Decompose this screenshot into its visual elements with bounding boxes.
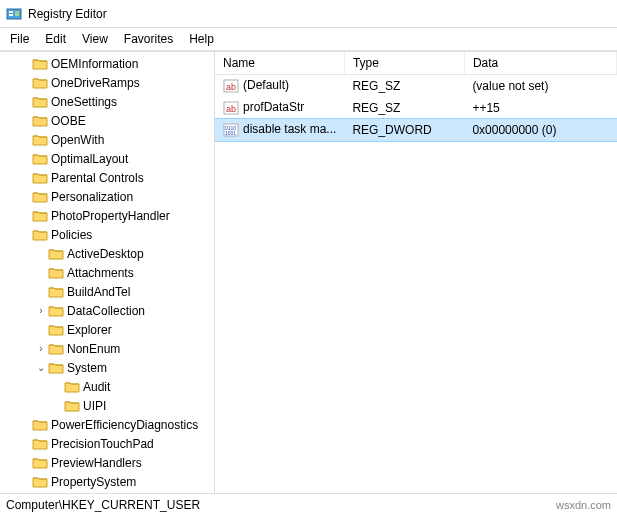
folder-icon [48,341,64,357]
value-data: ++15 [464,97,616,119]
statusbar-path: Computer\HKEY_CURRENT_USER [6,498,200,512]
value-row[interactable]: ab(Default)REG_SZ(value not set) [215,75,617,98]
folder-icon [64,379,80,395]
tree-item-label: Attachments [67,266,134,280]
tree-item-label: Explorer [67,323,112,337]
svg-rect-3 [15,11,19,16]
tree-item-system[interactable]: ⌄System [2,358,214,377]
menu-favorites[interactable]: Favorites [116,30,181,48]
column-header-data[interactable]: Data [464,52,616,75]
tree-item-photopropertyhandler[interactable]: PhotoPropertyHandler [2,206,214,225]
folder-icon [32,474,48,490]
tree-item-explorer[interactable]: Explorer [2,320,214,339]
tree-item-previewhandlers[interactable]: PreviewHandlers [2,453,214,472]
tree-item-label: System [67,361,107,375]
tree-item-activedesktop[interactable]: ActiveDesktop [2,244,214,263]
folder-icon [64,398,80,414]
tree-item-onedriveramps[interactable]: OneDriveRamps [2,73,214,92]
tree-pane[interactable]: OEMInformationOneDriveRampsOneSettingsOO… [0,52,215,493]
value-data: 0x00000000 (0) [464,119,616,141]
chevron-right-icon[interactable]: › [34,305,48,316]
menu-file[interactable]: File [2,30,37,48]
folder-icon [32,75,48,91]
value-type: REG_SZ [344,97,464,119]
svg-rect-1 [9,11,13,13]
list-pane[interactable]: NameTypeData ab(Default)REG_SZ(value not… [215,52,617,493]
reg-string-icon: ab [223,78,239,94]
value-name: disable task ma... [243,122,336,136]
tree-item-label: PreviewHandlers [51,456,142,470]
tree-item-label: ActiveDesktop [67,247,144,261]
tree-item-onesettings[interactable]: OneSettings [2,92,214,111]
tree-item-optimallayout[interactable]: OptimalLayout [2,149,214,168]
chevron-down-icon[interactable]: ⌄ [34,362,48,373]
value-type: REG_DWORD [344,119,464,141]
folder-icon [32,227,48,243]
tree-item-policies[interactable]: Policies [2,225,214,244]
tree-item-uipi[interactable]: UIPI [2,396,214,415]
content-area: OEMInformationOneDriveRampsOneSettingsOO… [0,51,617,493]
menu-edit[interactable]: Edit [37,30,74,48]
tree-item-label: Policies [51,228,92,242]
tree-item-oeminformation[interactable]: OEMInformation [2,54,214,73]
folder-icon [48,303,64,319]
tree-item-precisiontouchpad[interactable]: PrecisionTouchPad [2,434,214,453]
menubar: FileEditViewFavoritesHelp [0,28,617,51]
tree-item-powerefficiencydiagnostics[interactable]: PowerEfficiencyDiagnostics [2,415,214,434]
statusbar: Computer\HKEY_CURRENT_USER wsxdn.com [0,493,617,515]
menu-help[interactable]: Help [181,30,222,48]
tree-item-propertysystem[interactable]: PropertySystem [2,472,214,491]
folder-icon [32,455,48,471]
tree-item-openwith[interactable]: OpenWith [2,130,214,149]
titlebar: Registry Editor [0,0,617,28]
tree-item-personalization[interactable]: Personalization [2,187,214,206]
tree-item-datacollection[interactable]: ›DataCollection [2,301,214,320]
value-row[interactable]: abprofDataStrREG_SZ++15 [215,97,617,119]
tree-item-proximity[interactable]: Proximity [2,491,214,493]
tree-item-label: OOBE [51,114,86,128]
value-row[interactable]: 01101001disable task ma...REG_DWORD0x000… [215,119,617,141]
reg-dword-icon: 01101001 [223,122,239,138]
tree-item-label: Personalization [51,190,133,204]
folder-icon [48,284,64,300]
folder-icon [48,265,64,281]
folder-icon [32,113,48,129]
svg-text:ab: ab [226,104,236,114]
column-header-type[interactable]: Type [344,52,464,75]
svg-rect-2 [9,14,13,16]
tree-item-buildandtel[interactable]: BuildAndTel [2,282,214,301]
value-type: REG_SZ [344,75,464,98]
tree-item-label: OEMInformation [51,57,138,71]
tree-item-oobe[interactable]: OOBE [2,111,214,130]
folder-icon [32,170,48,186]
column-header-name[interactable]: Name [215,52,344,75]
tree-item-label: NonEnum [67,342,120,356]
tree-item-label: DataCollection [67,304,145,318]
tree-item-label: OptimalLayout [51,152,128,166]
folder-icon [32,436,48,452]
reg-string-icon: ab [223,100,239,116]
folder-icon [32,56,48,72]
tree-item-parental-controls[interactable]: Parental Controls [2,168,214,187]
svg-text:ab: ab [226,82,236,92]
regedit-app-icon [6,6,22,22]
folder-icon [48,360,64,376]
folder-icon [32,151,48,167]
menu-view[interactable]: View [74,30,116,48]
svg-text:1001: 1001 [225,130,236,136]
tree-item-label: Audit [83,380,110,394]
chevron-right-icon[interactable]: › [34,343,48,354]
folder-icon [32,493,48,494]
folder-icon [32,94,48,110]
tree-item-label: PhotoPropertyHandler [51,209,170,223]
folder-icon [32,132,48,148]
tree-item-label: PropertySystem [51,475,136,489]
tree-item-label: OneDriveRamps [51,76,140,90]
tree-item-audit[interactable]: Audit [2,377,214,396]
tree-item-nonenum[interactable]: ›NonEnum [2,339,214,358]
tree-item-label: PowerEfficiencyDiagnostics [51,418,198,432]
value-table: NameTypeData ab(Default)REG_SZ(value not… [215,52,617,141]
tree-item-label: OpenWith [51,133,104,147]
tree-item-label: OneSettings [51,95,117,109]
tree-item-attachments[interactable]: Attachments [2,263,214,282]
